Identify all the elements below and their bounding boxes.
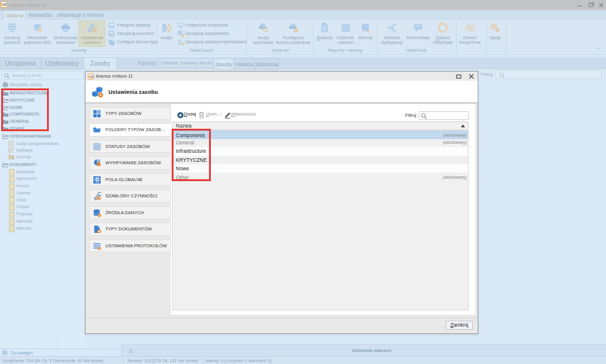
- svg-text:AP: AP: [10, 149, 14, 152]
- svg-text:AO: AO: [10, 142, 14, 146]
- svg-text:V: V: [4, 2, 7, 7]
- svg-text:V: V: [91, 75, 94, 79]
